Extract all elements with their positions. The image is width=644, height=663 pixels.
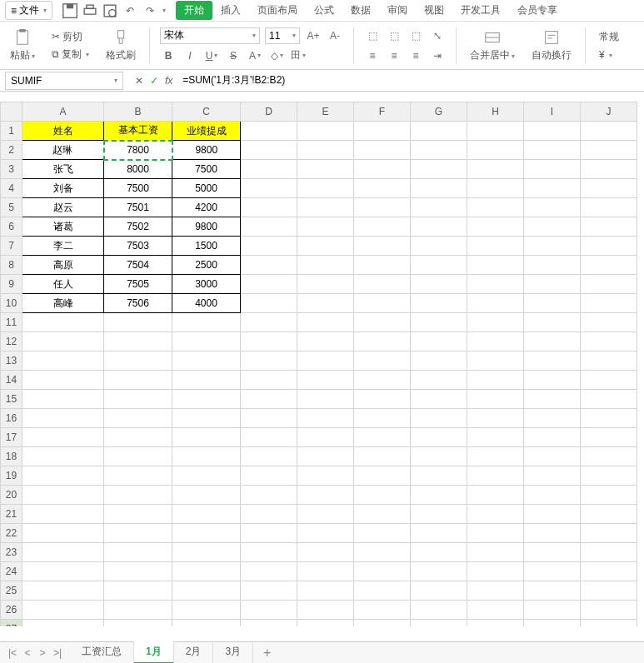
cell-C10[interactable]: 4000 <box>172 294 241 313</box>
cell-H21[interactable] <box>467 505 524 524</box>
cell-I8[interactable] <box>524 256 581 275</box>
cell-D3[interactable] <box>241 160 297 179</box>
cell-H11[interactable] <box>467 313 524 332</box>
cell-J23[interactable] <box>581 543 637 562</box>
cell-I22[interactable] <box>524 524 581 543</box>
cell-A25[interactable] <box>22 581 104 601</box>
cell-H2[interactable] <box>467 141 524 160</box>
col-header-F[interactable]: F <box>354 102 411 122</box>
cell-J27[interactable] <box>581 620 637 627</box>
cell-H26[interactable] <box>467 601 524 620</box>
ribbon-tab-7[interactable]: 开发工具 <box>452 1 509 20</box>
row-header-20[interactable]: 20 <box>1 486 22 505</box>
merge-cells-button[interactable]: 合并居中▾ <box>467 27 518 64</box>
row-header-12[interactable]: 12 <box>1 332 22 351</box>
cell-H5[interactable] <box>467 198 524 217</box>
cell-D27[interactable] <box>241 620 297 627</box>
cell-D6[interactable] <box>241 217 297 237</box>
cell-E8[interactable] <box>297 256 354 275</box>
cell-J1[interactable] <box>581 122 637 141</box>
cell-I21[interactable] <box>524 505 581 524</box>
cell-F12[interactable] <box>354 332 411 351</box>
cell-B19[interactable] <box>104 466 172 486</box>
cell-E9[interactable] <box>297 275 354 294</box>
cell-G1[interactable] <box>411 122 467 141</box>
cell-J4[interactable] <box>581 179 637 198</box>
accept-formula-icon[interactable]: ✓ <box>150 75 158 87</box>
cell-A18[interactable] <box>22 447 104 466</box>
cell-F22[interactable] <box>354 524 411 543</box>
cell-F23[interactable] <box>354 543 411 562</box>
cell-B21[interactable] <box>104 505 172 524</box>
ribbon-tab-4[interactable]: 数据 <box>342 1 379 20</box>
cell-B12[interactable] <box>104 332 172 351</box>
cell-A8[interactable]: 高原 <box>22 256 104 275</box>
cell-I3[interactable] <box>524 160 581 179</box>
cell-I7[interactable] <box>524 237 581 256</box>
cell-J25[interactable] <box>581 581 637 601</box>
cell-A17[interactable] <box>22 428 104 447</box>
cell-D19[interactable] <box>241 466 297 486</box>
cell-C24[interactable] <box>172 562 241 581</box>
cell-A27[interactable] <box>22 620 104 627</box>
row-header-27[interactable]: 27 <box>1 620 22 627</box>
cell-G7[interactable] <box>411 237 467 256</box>
cell-D15[interactable] <box>241 390 297 409</box>
align-top-icon[interactable]: ⬚ <box>364 27 381 44</box>
cell-H6[interactable] <box>467 217 524 237</box>
cell-D13[interactable] <box>241 351 297 371</box>
sheet-tab-工资汇总[interactable]: 工资汇总 <box>70 641 134 663</box>
cell-A11[interactable] <box>22 313 104 332</box>
cell-J26[interactable] <box>581 601 637 620</box>
cell-I23[interactable] <box>524 543 581 562</box>
cell-A3[interactable]: 张飞 <box>22 160 104 179</box>
cell-I6[interactable] <box>524 217 581 237</box>
cell-C18[interactable] <box>172 447 241 466</box>
cell-J10[interactable] <box>581 294 637 313</box>
last-sheet-icon[interactable]: >| <box>52 647 63 659</box>
cell-I17[interactable] <box>524 428 581 447</box>
cell-E17[interactable] <box>297 428 354 447</box>
cell-J7[interactable] <box>581 237 637 256</box>
cell-C23[interactable] <box>172 543 241 562</box>
cell-F5[interactable] <box>354 198 411 217</box>
cell-E13[interactable] <box>297 351 354 371</box>
cell-D12[interactable] <box>241 332 297 351</box>
cell-C12[interactable] <box>172 332 241 351</box>
cell-C16[interactable] <box>172 409 241 428</box>
fx-icon[interactable]: fx <box>165 75 172 87</box>
cell-B14[interactable] <box>104 371 172 390</box>
cell-E2[interactable] <box>297 141 354 160</box>
cell-G2[interactable] <box>411 141 467 160</box>
cell-B25[interactable] <box>104 581 172 601</box>
col-header-G[interactable]: G <box>411 102 467 122</box>
cell-G21[interactable] <box>411 505 467 524</box>
cell-I20[interactable] <box>524 486 581 505</box>
cell-B10[interactable]: 7506 <box>104 294 172 313</box>
cell-F26[interactable] <box>354 601 411 620</box>
cell-H18[interactable] <box>467 447 524 466</box>
row-header-14[interactable]: 14 <box>1 371 22 390</box>
cell-A12[interactable] <box>22 332 104 351</box>
cell-A19[interactable] <box>22 466 104 486</box>
cell-F3[interactable] <box>354 160 411 179</box>
col-header-B[interactable]: B <box>104 102 172 122</box>
align-right-icon[interactable]: ≡ <box>407 47 424 64</box>
cell-C26[interactable] <box>172 601 241 620</box>
cell-D20[interactable] <box>241 486 297 505</box>
cell-I16[interactable] <box>524 409 581 428</box>
cell-E20[interactable] <box>297 486 354 505</box>
cell-C27[interactable] <box>172 620 241 627</box>
cell-G18[interactable] <box>411 447 467 466</box>
cell-C13[interactable] <box>172 351 241 371</box>
cell-B13[interactable] <box>104 351 172 371</box>
cell-B8[interactable]: 7504 <box>104 256 172 275</box>
cell-J18[interactable] <box>581 447 637 466</box>
cell-G27[interactable] <box>411 620 467 627</box>
cell-J19[interactable] <box>581 466 637 486</box>
cell-D2[interactable] <box>241 141 297 160</box>
cell-D25[interactable] <box>241 581 297 601</box>
cell-G25[interactable] <box>411 581 467 601</box>
cell-H24[interactable] <box>467 562 524 581</box>
cell-B18[interactable] <box>104 447 172 466</box>
